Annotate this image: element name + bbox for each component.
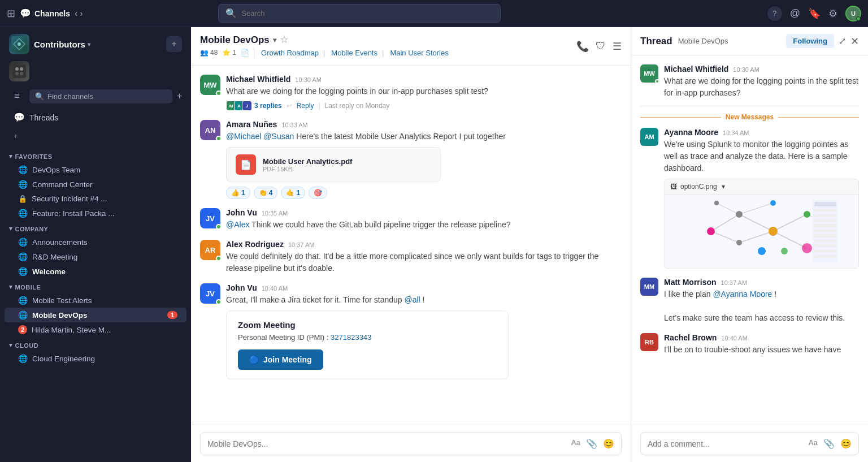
chat-meta: 👥 48 ⭐ 1 📄 Growth Roadmap Mobile Events …	[200, 47, 451, 58]
workspace-avatar-2[interactable]	[9, 61, 29, 81]
link-main-user-stories[interactable]: Main User Stories	[380, 49, 451, 57]
following-button[interactable]: Following	[786, 34, 834, 48]
help-button[interactable]: ?	[767, 6, 782, 21]
add-channel-button[interactable]: +	[177, 91, 182, 101]
sidebar-item-rd-meeting[interactable]: 🌐 R&D Meeting	[5, 249, 186, 264]
workspace-avatar-1[interactable]	[9, 34, 29, 54]
emoji-icon[interactable]: 😊	[840, 438, 852, 449]
back-arrow[interactable]: ‹	[75, 8, 77, 19]
plus-icon: +	[14, 132, 18, 140]
mention-alex: @Alex	[226, 220, 249, 229]
svg-point-25	[770, 200, 776, 206]
threads-button[interactable]: 💬 Threads	[5, 109, 186, 126]
add-workspace-button[interactable]: +	[166, 36, 182, 52]
mobile-section[interactable]: ▾ MOBILE	[0, 279, 191, 293]
message-header-1: Michael Whitfield 10:30 AM	[226, 75, 622, 84]
reply-avatars: M A J	[226, 101, 250, 111]
navigation-arrows: ‹ ›	[75, 8, 83, 19]
thread-original-message: MW Michael Whitfield 10:30 AM What are w…	[640, 64, 859, 106]
grid-icon[interactable]: ⊞	[7, 7, 15, 20]
message-body-2: Amara Nuñes 10:33 AM @Michael @Susan Her…	[226, 120, 622, 199]
forward-arrow[interactable]: ›	[80, 8, 83, 19]
sidebar-item-security-incident[interactable]: 🔒 Security Incident #4 ...	[5, 192, 186, 206]
sidebar-item-devops-team[interactable]: 🌐 DevOps Team	[5, 162, 186, 177]
thread-actions: Following ⤢ ✕	[786, 34, 859, 48]
chevron-down-icon[interactable]: ▾	[273, 36, 276, 44]
svg-rect-36	[814, 239, 836, 243]
link-mobile-events[interactable]: Mobile Events	[321, 49, 380, 57]
chat-header: Mobile DevOps ▾ ☆ 👥 48 ⭐ 1 📄	[191, 27, 631, 66]
online-dot	[216, 299, 222, 305]
globe-icon: 🌐	[18, 165, 28, 174]
close-icon[interactable]: ✕	[850, 35, 859, 48]
svg-rect-29	[814, 202, 836, 206]
text-format-icon[interactable]: Aa	[808, 438, 818, 449]
svg-point-5	[15, 72, 19, 75]
sidebar-item-welcome[interactable]: 🌐 Welcome	[5, 264, 186, 279]
separator: |	[318, 102, 320, 110]
channels-icon: 💬	[20, 8, 31, 19]
at-button[interactable]: @	[790, 7, 800, 19]
zoom-pmi-link[interactable]: 3271823343	[331, 333, 371, 342]
reaction-target[interactable]: 🎯	[309, 187, 327, 199]
filter-button[interactable]: ≡	[9, 88, 25, 104]
attachment-icon[interactable]: 📎	[823, 438, 835, 449]
online-dot	[655, 79, 659, 84]
svg-point-17	[707, 227, 715, 235]
reaction-callme[interactable]: 🤙 1	[281, 187, 305, 199]
svg-point-24	[714, 201, 719, 205]
search-input[interactable]	[241, 9, 493, 18]
thread-channel: Mobile DevOps	[678, 37, 728, 45]
workspace-title[interactable]: Contributors ▾	[34, 40, 90, 49]
reaction-clap[interactable]: 👏 4	[254, 187, 278, 199]
join-meeting-button[interactable]: 🔵 Join Meeting	[238, 349, 323, 370]
link-growth-roadmap[interactable]: Growth Roadmap	[259, 49, 321, 57]
cloud-section[interactable]: ▾ CLOUD	[0, 337, 191, 351]
reply-button[interactable]: Reply	[297, 102, 314, 110]
mention-ayanna: @Ayanna Moore	[713, 290, 772, 299]
emoji-icon[interactable]: 😊	[603, 438, 614, 449]
online-dot	[216, 136, 222, 141]
thread-reply-2: MM Matt Morrison 10:37 AM I like the pla…	[640, 278, 859, 324]
sidebar-item-mobile-test-alerts[interactable]: 🌐 Mobile Test Alerts	[5, 293, 186, 308]
phone-icon[interactable]: 📞	[576, 40, 589, 53]
chat-input-actions: Aa 📎 😊	[571, 438, 614, 449]
sidebar-item-hilda-martin[interactable]: 2 Hilda Martin, Steve M...	[5, 322, 186, 337]
svg-point-1	[18, 42, 21, 46]
add-section-button[interactable]: +	[5, 128, 186, 144]
expand-icon[interactable]: ⤢	[839, 36, 846, 46]
globe-icon: 🌐	[18, 267, 28, 276]
sidebar-item-command-center[interactable]: 🌐 Command Center	[5, 177, 186, 192]
sidebar-item-cloud-engineering[interactable]: 🌐 Cloud Engineering	[5, 351, 186, 366]
shield-icon[interactable]: 🛡	[596, 40, 606, 52]
sender-name: John Vu	[226, 283, 257, 292]
attachment-icon[interactable]: 📎	[586, 438, 597, 449]
list-icon[interactable]: ☰	[613, 40, 622, 53]
thread-reply-text-3: I'll be on to trouble-shoot any issues w…	[664, 344, 859, 356]
bookmark-button[interactable]: 🔖	[808, 7, 821, 20]
sidebar-item-announcements[interactable]: 🌐 Announcements	[5, 235, 186, 249]
find-channels-input[interactable]: 🔍 Find channels	[29, 89, 172, 103]
settings-button[interactable]: ⚙	[828, 7, 837, 20]
chat-input[interactable]	[207, 439, 566, 448]
file-name[interactable]: Mobile User Analytics.pdf	[263, 157, 352, 166]
chat-input-box: Aa 📎 😊	[200, 432, 622, 455]
chart-visualization	[665, 195, 858, 268]
favorites-section[interactable]: ▾ FAVORITES	[0, 148, 191, 162]
globe-icon: 🌐	[18, 354, 28, 363]
company-section[interactable]: ▾ COMPANY	[0, 221, 191, 235]
reaction-thumbsup[interactable]: 👍 1	[226, 187, 250, 199]
svg-rect-39	[814, 254, 836, 258]
svg-point-20	[769, 227, 778, 236]
avatar-alex: AR	[200, 240, 220, 260]
chevron-down-icon[interactable]: ▾	[722, 183, 725, 191]
channels-button[interactable]: 💬 Channels	[20, 8, 70, 19]
text-format-icon[interactable]: Aa	[571, 438, 580, 449]
sidebar-item-mobile-devops[interactable]: 🌐 Mobile DevOps 1	[5, 308, 186, 322]
user-avatar[interactable]: U	[845, 6, 861, 21]
search-bar[interactable]: 🔍	[218, 4, 501, 23]
sidebar-item-feature-install[interactable]: 🌐 Feature: Install Packa ...	[5, 206, 186, 221]
thread-comment-input[interactable]	[648, 439, 804, 448]
star-icon[interactable]: ☆	[280, 34, 288, 46]
reply-count[interactable]: 3 replies	[254, 102, 282, 110]
